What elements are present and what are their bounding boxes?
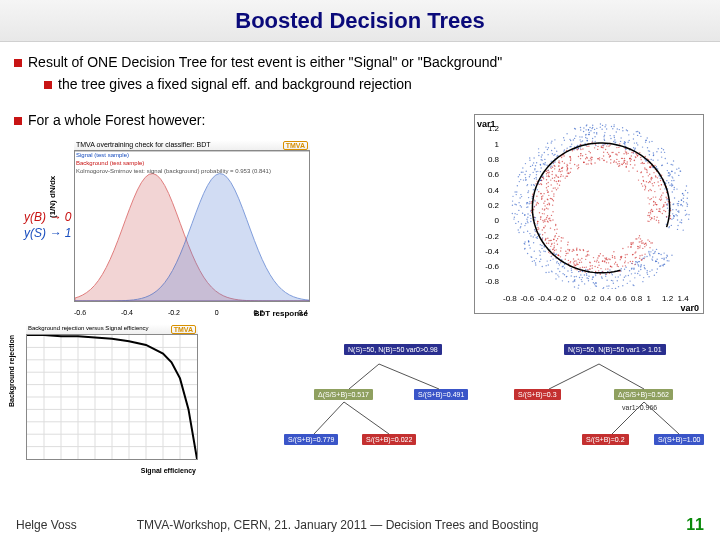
svg-point-43 (606, 128, 607, 129)
scatter-yaxis: 1.2 1 0.8 0.6 0.4 0.2 0 -0.2 -0.4 -0.6 -… (477, 121, 501, 291)
svg-point-135 (524, 241, 525, 242)
svg-point-524 (550, 166, 551, 167)
svg-point-261 (532, 172, 533, 173)
svg-point-57 (640, 269, 641, 270)
svg-point-1166 (626, 151, 627, 152)
svg-point-1147 (576, 165, 577, 166)
svg-point-19 (649, 141, 650, 142)
svg-point-1001 (640, 238, 641, 239)
svg-point-510 (555, 273, 556, 274)
svg-point-1279 (660, 188, 661, 189)
svg-point-581 (649, 255, 650, 256)
svg-point-973 (536, 196, 537, 197)
tree-root-node: N(S)=50, N(B)=50 var0>0.98 (344, 344, 442, 355)
svg-point-840 (632, 254, 633, 255)
svg-point-371 (584, 283, 585, 284)
svg-point-419 (526, 171, 527, 172)
svg-point-449 (618, 276, 619, 277)
svg-point-1106 (542, 213, 543, 214)
svg-point-525 (672, 191, 673, 192)
tree-leaf-node: S/(S+B)=0.2 (582, 434, 629, 445)
svg-point-972 (573, 258, 574, 259)
svg-point-67 (512, 196, 513, 197)
svg-point-336 (685, 214, 686, 215)
svg-point-692 (519, 181, 520, 182)
svg-point-520 (540, 259, 541, 260)
svg-point-1369 (666, 204, 667, 205)
svg-point-569 (640, 264, 641, 265)
svg-point-179 (629, 280, 630, 281)
svg-point-772 (556, 228, 557, 229)
svg-point-347 (515, 223, 516, 224)
svg-point-856 (557, 187, 558, 188)
svg-point-1100 (537, 223, 538, 224)
svg-point-1361 (658, 211, 659, 212)
svg-point-1013 (552, 167, 553, 168)
svg-point-1179 (611, 152, 612, 153)
svg-point-293 (674, 172, 675, 173)
svg-point-1250 (644, 184, 645, 185)
svg-point-1047 (544, 232, 545, 233)
svg-point-841 (630, 242, 631, 243)
svg-point-782 (647, 197, 648, 198)
svg-point-1272 (612, 257, 613, 258)
svg-point-304 (572, 281, 573, 282)
svg-point-1156 (548, 242, 549, 243)
svg-point-946 (586, 146, 587, 147)
svg-point-1321 (614, 160, 615, 161)
svg-point-441 (676, 188, 677, 189)
svg-point-59 (688, 214, 689, 215)
svg-point-328 (540, 251, 541, 252)
svg-point-882 (588, 160, 589, 161)
svg-point-1318 (598, 255, 599, 256)
svg-point-1148 (639, 241, 640, 242)
svg-point-608 (588, 278, 589, 279)
svg-point-410 (622, 285, 623, 286)
svg-point-963 (662, 213, 663, 214)
svg-point-655 (574, 280, 575, 281)
svg-point-1260 (570, 157, 571, 158)
svg-point-458 (613, 126, 614, 127)
svg-point-1163 (625, 254, 626, 255)
svg-point-74 (602, 125, 603, 126)
svg-point-1135 (615, 262, 616, 263)
svg-point-1212 (638, 237, 639, 238)
svg-point-1091 (650, 219, 651, 220)
svg-point-820 (560, 250, 561, 251)
svg-point-228 (585, 137, 586, 138)
svg-point-1018 (658, 185, 659, 186)
svg-point-572 (637, 264, 638, 265)
svg-point-303 (545, 272, 546, 273)
svg-point-240 (537, 171, 538, 172)
svg-point-1356 (551, 174, 552, 175)
roc-ylabel: Background rejection (8, 335, 15, 407)
svg-point-1038 (548, 186, 549, 187)
svg-point-90 (531, 184, 532, 185)
svg-point-1082 (622, 248, 623, 249)
svg-point-1145 (651, 218, 652, 219)
svg-point-1060 (590, 160, 591, 161)
svg-point-364 (532, 165, 533, 166)
svg-point-1193 (650, 242, 651, 243)
svg-point-89 (613, 135, 614, 136)
svg-point-1087 (649, 247, 650, 248)
svg-point-76 (623, 143, 624, 144)
svg-point-102 (614, 139, 615, 140)
svg-point-128 (603, 139, 604, 140)
svg-point-484 (661, 258, 662, 259)
svg-point-629 (661, 156, 662, 157)
svg-point-1253 (550, 220, 551, 221)
svg-point-4 (580, 141, 581, 142)
svg-point-309 (594, 129, 595, 130)
svg-point-173 (570, 146, 571, 147)
roc-xlabel: Signal efficiency (141, 467, 196, 474)
tmva-logo-icon: TMVA (283, 141, 308, 150)
svg-point-386 (606, 279, 607, 280)
svg-point-252 (536, 178, 537, 179)
svg-point-214 (595, 282, 596, 283)
svg-point-781 (554, 177, 555, 178)
svg-point-342 (524, 248, 525, 249)
svg-point-499 (642, 146, 643, 147)
svg-point-1149 (648, 175, 649, 176)
svg-point-1199 (600, 274, 601, 275)
